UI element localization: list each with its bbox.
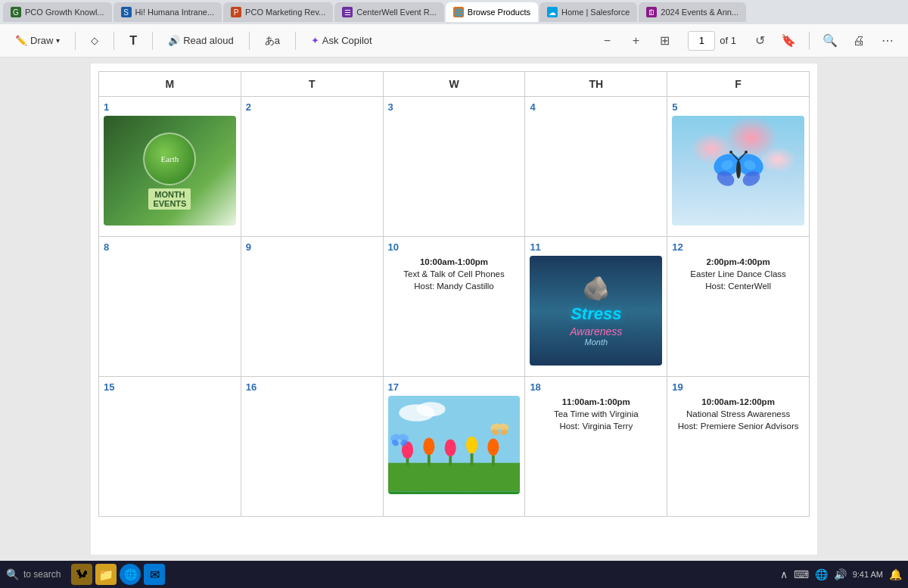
language-button[interactable]: あa bbox=[259, 31, 286, 51]
rotate-icon: ↺ bbox=[755, 33, 765, 48]
stress-stones-decoration: 🪨 bbox=[582, 275, 610, 301]
tab-humana[interactable]: S Hi! Humana Intrane... bbox=[114, 2, 222, 22]
draw-icon: ✏️ bbox=[15, 35, 27, 46]
day-2-date: 2 bbox=[246, 101, 378, 113]
taskbar-search-area: 🔍 to search bbox=[6, 568, 61, 580]
svg-point-20 bbox=[444, 439, 456, 456]
zoom-out-button[interactable]: − bbox=[595, 30, 618, 52]
day-19-date: 19 bbox=[672, 381, 804, 393]
svg-point-24 bbox=[487, 438, 499, 456]
stress-text-month: Month bbox=[585, 338, 608, 347]
browser-tab-bar: G PCO Growth Knowl... S Hi! Humana Intra… bbox=[0, 0, 908, 24]
pdf-toolbar: ✏️ Draw ▾ ◇ T 🔊 Read aloud あa ✦ Ask Copi… bbox=[0, 24, 908, 58]
copilot-icon: ✦ bbox=[311, 35, 319, 46]
calendar-day-1: 1 Earth MONTHEVENTS bbox=[99, 97, 241, 237]
day-19-event: 10:00am-12:00pm National Stress Awarenes… bbox=[672, 396, 804, 432]
text-button[interactable]: T bbox=[123, 31, 143, 51]
calendar-document: M T W TH F 1 Earth MONTHEVENTS 2 bbox=[91, 64, 817, 555]
svg-point-22 bbox=[466, 437, 477, 454]
day-4-date: 4 bbox=[530, 101, 662, 113]
taskbar-search-label: to search bbox=[23, 569, 61, 580]
tray-notifications[interactable]: 🔔 bbox=[889, 568, 902, 580]
calendar-day-15: 15 bbox=[99, 377, 241, 517]
tray-keyboard[interactable]: ⌨ bbox=[794, 568, 809, 580]
taskbar-tray: ∧ ⌨ 🌐 🔊 9:41 AM 🔔 bbox=[780, 568, 902, 580]
text-icon: T bbox=[129, 34, 137, 48]
taskbar-app-edge[interactable]: 🌐 bbox=[120, 564, 141, 585]
tab-2024-events[interactable]: 🗓 2024 Events & Ann... bbox=[639, 2, 746, 22]
draw-button[interactable]: ✏️ Draw ▾ bbox=[9, 32, 66, 49]
calendar-day-11: 11 🪨 Stress Awareness Month bbox=[525, 237, 667, 377]
tray-up-arrow[interactable]: ∧ bbox=[780, 568, 788, 580]
read-aloud-button[interactable]: 🔊 Read aloud bbox=[162, 32, 240, 49]
stress-text-main: Stress bbox=[571, 304, 621, 324]
eraser-icon: ◇ bbox=[91, 35, 98, 46]
taskbar-app-icons: 🐿 📁 🌐 ✉ bbox=[71, 564, 165, 585]
tab-salesforce[interactable]: ☁ Home | Salesforce bbox=[540, 2, 637, 22]
more-icon: ⋯ bbox=[882, 33, 894, 48]
calendar-day-9: 9 bbox=[241, 237, 384, 377]
fit-page-icon: ⊞ bbox=[660, 33, 670, 48]
more-options-button[interactable]: ⋯ bbox=[876, 30, 899, 52]
taskbar-app-outlook[interactable]: ✉ bbox=[144, 564, 165, 585]
day-16-date: 16 bbox=[246, 381, 378, 393]
copilot-button[interactable]: ✦ Ask Copilot bbox=[305, 32, 378, 49]
print-button[interactable]: 🖨 bbox=[847, 30, 870, 52]
calendar-header: M T W TH F bbox=[98, 71, 810, 97]
header-monday: M bbox=[99, 72, 241, 97]
day-10-event: 10:00am-1:00pm Text & Talk of Cell Phone… bbox=[388, 256, 521, 292]
header-wednesday: W bbox=[384, 72, 526, 97]
bookmark-button[interactable]: 🔖 bbox=[777, 30, 800, 52]
zoom-in-button[interactable]: + bbox=[624, 30, 647, 52]
search-icon: 🔍 bbox=[822, 33, 838, 48]
svg-point-8 bbox=[745, 151, 748, 154]
toolbar-sep-1 bbox=[75, 32, 76, 50]
day-10-date: 10 bbox=[388, 241, 521, 253]
svg-point-18 bbox=[423, 438, 434, 456]
day-11-date: 11 bbox=[530, 241, 662, 253]
day-15-date: 15 bbox=[104, 381, 236, 393]
calendar-week-3: 15 16 17 bbox=[98, 377, 810, 517]
calendar-day-2: 2 bbox=[241, 97, 384, 237]
rotate-button[interactable]: ↺ bbox=[748, 30, 771, 52]
spring-svg bbox=[388, 396, 521, 494]
earth-month-image: Earth MONTHEVENTS bbox=[104, 116, 236, 226]
toolbar-sep-4 bbox=[249, 32, 250, 50]
print-icon: 🖨 bbox=[853, 34, 865, 48]
calendar-day-8: 8 bbox=[99, 237, 241, 377]
calendar-day-18: 18 11:00am-1:00pm Tea Time with Virginia… bbox=[525, 377, 667, 517]
calendar-day-4: 4 bbox=[525, 97, 667, 237]
page-navigation: of 1 bbox=[688, 31, 736, 51]
earth-month-label: MONTHEVENTS bbox=[148, 188, 191, 210]
tab-browse-products[interactable]: 🌐 Browse Products bbox=[446, 2, 538, 22]
svg-point-13 bbox=[416, 402, 445, 416]
day-18-date: 18 bbox=[530, 381, 662, 393]
tray-network[interactable]: 🌐 bbox=[815, 568, 828, 580]
calendar-day-5: 5 bbox=[667, 97, 810, 237]
tray-volume[interactable]: 🔊 bbox=[834, 568, 847, 580]
day-5-date: 5 bbox=[672, 101, 804, 113]
tab-pco-marketing[interactable]: P PCO Marketing Rev... bbox=[223, 2, 333, 22]
calendar-week-1: 1 Earth MONTHEVENTS 2 3 4 bbox=[98, 97, 810, 237]
page-number-input[interactable] bbox=[688, 31, 715, 51]
svg-rect-14 bbox=[388, 463, 521, 492]
earth-circle-decoration: Earth bbox=[143, 132, 196, 185]
fit-page-button[interactable]: ⊞ bbox=[653, 30, 676, 52]
day-12-event: 2:00pm-4:00pm Easter Line Dance Class Ho… bbox=[672, 256, 804, 292]
taskbar: 🔍 to search 🐿 📁 🌐 ✉ ∧ ⌨ 🌐 🔊 9:41 AM 🔔 bbox=[0, 561, 908, 588]
windows-search-icon: 🔍 bbox=[6, 568, 19, 580]
tab-pco-growth[interactable]: G PCO Growth Knowl... bbox=[3, 2, 112, 22]
calendar-day-16: 16 bbox=[241, 377, 384, 517]
calendar-day-12: 12 2:00pm-4:00pm Easter Line Dance Class… bbox=[667, 237, 810, 377]
tab-centerwell[interactable]: ☰ CenterWell Event R... bbox=[334, 2, 444, 22]
header-thursday: TH bbox=[525, 72, 667, 97]
toolbar-sep-5 bbox=[295, 32, 296, 50]
taskbar-app-animal[interactable]: 🐿 bbox=[71, 564, 92, 585]
day-1-date: 1 bbox=[104, 101, 236, 113]
calendar-day-3: 3 bbox=[384, 97, 526, 237]
day-8-date: 8 bbox=[104, 241, 236, 253]
search-button[interactable]: 🔍 bbox=[819, 30, 841, 52]
calendar-day-19: 19 10:00am-12:00pm National Stress Aware… bbox=[667, 377, 810, 517]
taskbar-app-file-explorer[interactable]: 📁 bbox=[95, 564, 117, 585]
eraser-button[interactable]: ◇ bbox=[85, 32, 104, 49]
